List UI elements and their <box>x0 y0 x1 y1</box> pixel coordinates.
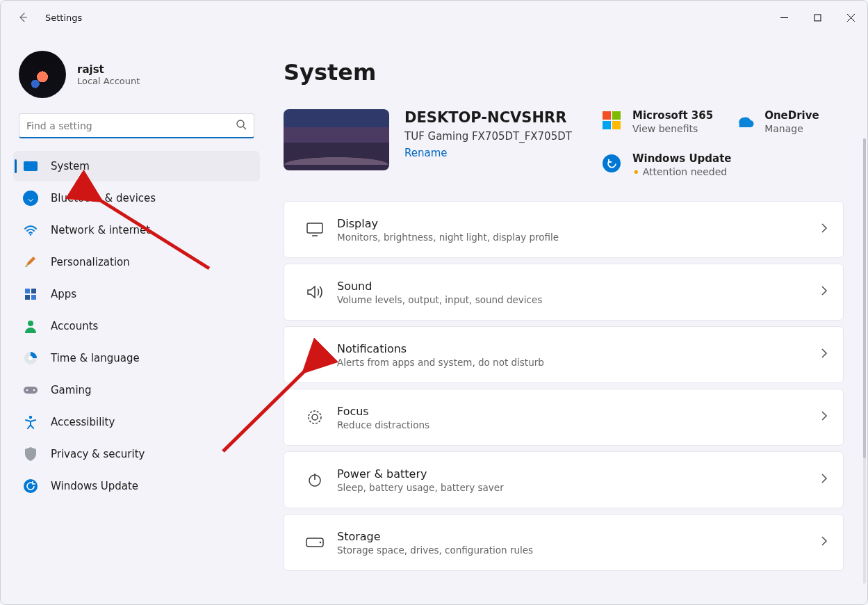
device-name: DESKTOP-NCVSHRR <box>404 109 572 126</box>
card-sub: Volume levels, output, input, sound devi… <box>337 294 542 305</box>
search-box[interactable] <box>19 113 254 138</box>
desktop-preview-thumbnail[interactable] <box>284 109 389 170</box>
nav-network[interactable]: Network & internet <box>13 215 260 245</box>
clock-globe-icon <box>23 350 38 366</box>
update-icon <box>23 478 38 494</box>
wifi-icon <box>23 223 38 238</box>
promo-sub: •Attention needed <box>632 166 732 177</box>
close-icon <box>847 14 855 22</box>
card-sub: Storage space, drives, configuration rul… <box>337 544 533 556</box>
card-display[interactable]: Display Monitors, brightness, night ligh… <box>284 201 844 258</box>
microsoft-365-icon <box>600 109 623 131</box>
chevron-right-icon <box>821 348 828 362</box>
nav-label: Accounts <box>51 320 98 332</box>
settings-window: Settings rajst Local Account <box>0 0 868 605</box>
close-button[interactable] <box>834 3 867 31</box>
svg-point-11 <box>26 389 28 391</box>
profile-block[interactable]: rajst Local Account <box>13 47 260 111</box>
svg-point-9 <box>28 356 33 360</box>
nav-system[interactable]: System <box>13 151 260 182</box>
bluetooth-icon: ⌵ <box>23 191 38 206</box>
chevron-right-icon <box>821 410 828 424</box>
nav-personalization[interactable]: Personalization <box>13 247 260 277</box>
svg-rect-3 <box>25 289 30 293</box>
svg-rect-5 <box>25 295 30 300</box>
device-model: TUF Gaming FX705DT_FX705DT <box>404 130 572 143</box>
search-icon <box>236 119 247 133</box>
chevron-right-icon <box>821 473 828 487</box>
nav-apps[interactable]: Apps <box>13 279 260 309</box>
card-sound[interactable]: Sound Volume levels, output, input, soun… <box>284 264 844 321</box>
search-input[interactable] <box>26 120 236 131</box>
settings-card-list: Display Monitors, brightness, night ligh… <box>284 201 844 571</box>
svg-point-19 <box>320 542 322 544</box>
promo-column: Microsoft 365 View benefits OneDrive Man… <box>600 109 844 177</box>
system-icon <box>23 159 38 174</box>
svg-point-13 <box>29 416 32 419</box>
nav-label: Network & internet <box>51 224 150 236</box>
bell-icon <box>300 346 330 363</box>
windows-update-icon <box>600 152 623 175</box>
card-sub: Monitors, brightness, night light, displ… <box>337 232 559 243</box>
card-title: Storage <box>337 530 533 543</box>
promo-title: OneDrive <box>764 109 819 122</box>
nav-label: Privacy & security <box>51 448 145 460</box>
svg-point-1 <box>237 120 244 127</box>
page-heading: System <box>284 59 844 86</box>
chevron-right-icon <box>821 535 828 549</box>
onedrive-icon <box>732 109 755 131</box>
profile-account-type: Local Account <box>77 76 140 86</box>
apps-icon <box>23 287 38 302</box>
promo-windows-update[interactable]: Windows Update •Attention needed <box>600 152 844 177</box>
nav-windows-update[interactable]: Windows Update <box>13 471 260 501</box>
device-info-row: DESKTOP-NCVSHRR TUF Gaming FX705DT_FX705… <box>284 109 844 177</box>
nav-accessibility[interactable]: Accessibility <box>13 407 260 437</box>
nav-label: Windows Update <box>51 480 138 492</box>
card-title: Power & battery <box>337 467 504 481</box>
promo-m365[interactable]: Microsoft 365 View benefits <box>600 109 713 134</box>
nav-label: Bluetooth & devices <box>51 192 156 204</box>
minimize-icon <box>780 14 788 22</box>
person-icon <box>23 318 38 334</box>
card-focus[interactable]: Focus Reduce distractions <box>284 389 844 446</box>
card-notifications[interactable]: Notifications Alerts from apps and syste… <box>284 326 844 383</box>
main-pane: System DESKTOP-NCVSHRR TUF Gaming FX705D… <box>268 34 867 604</box>
svg-rect-6 <box>31 295 36 300</box>
brush-icon <box>23 255 38 270</box>
svg-point-12 <box>33 389 35 391</box>
back-button[interactable] <box>13 8 33 27</box>
app-title: Settings <box>45 13 82 23</box>
power-icon <box>300 472 330 487</box>
minimize-button[interactable] <box>767 3 801 31</box>
nav-label: Personalization <box>51 256 130 268</box>
sidebar: rajst Local Account System ⌵ Bluetooth &… <box>1 34 268 604</box>
scrollbar[interactable] <box>863 138 866 583</box>
card-sub: Reduce distractions <box>337 419 429 430</box>
maximize-button[interactable] <box>801 3 834 31</box>
shield-icon <box>23 446 38 462</box>
profile-name: rajst <box>77 63 140 76</box>
card-storage[interactable]: Storage Storage space, drives, configura… <box>284 514 844 571</box>
rename-link[interactable]: Rename <box>404 147 448 159</box>
svg-point-7 <box>28 321 33 326</box>
nav-label: Accessibility <box>51 416 115 428</box>
chevron-right-icon <box>821 223 828 236</box>
titlebar: Settings <box>1 1 867 34</box>
nav-bluetooth[interactable]: ⌵ Bluetooth & devices <box>13 183 260 213</box>
svg-point-15 <box>309 411 321 424</box>
nav-gaming[interactable]: Gaming <box>13 375 260 405</box>
nav-privacy[interactable]: Privacy & security <box>13 439 260 469</box>
svg-point-16 <box>312 414 318 420</box>
promo-onedrive[interactable]: OneDrive Manage <box>732 109 819 134</box>
card-title: Display <box>337 217 559 230</box>
focus-icon <box>300 409 330 426</box>
nav-accounts[interactable]: Accounts <box>13 311 260 341</box>
nav-time[interactable]: Time & language <box>13 343 260 373</box>
gamepad-icon <box>23 382 38 398</box>
nav-label: Apps <box>51 288 76 300</box>
promo-title: Microsoft 365 <box>632 109 713 122</box>
nav-label: System <box>51 160 90 172</box>
sound-icon <box>300 284 330 300</box>
scrollbar-thumb[interactable] <box>863 138 866 458</box>
card-power[interactable]: Power & battery Sleep, battery usage, ba… <box>284 451 844 508</box>
